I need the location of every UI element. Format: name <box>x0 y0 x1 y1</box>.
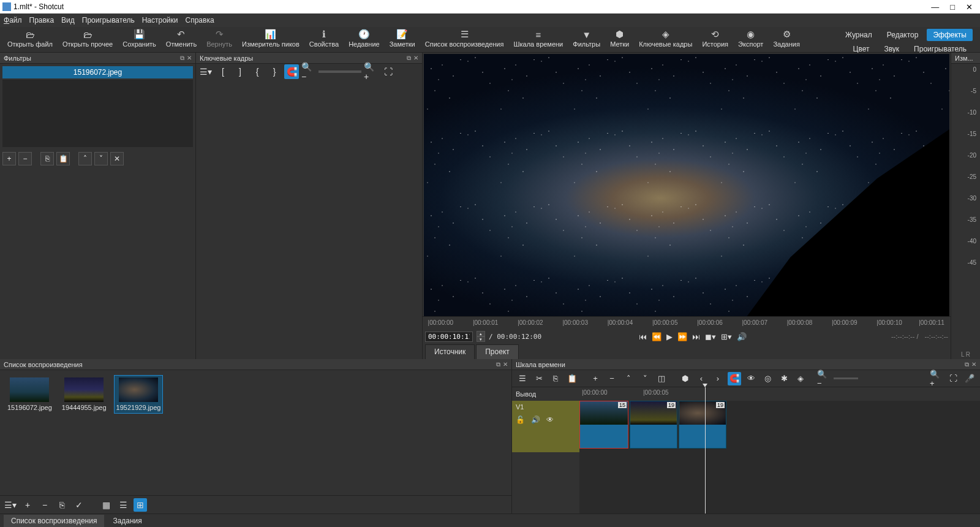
kf-set-in-button[interactable]: [ <box>216 64 230 79</box>
timeline-output-label[interactable]: Вывод <box>512 387 579 401</box>
timecode-input[interactable] <box>425 332 473 342</box>
keyframes-button[interactable]: ◈Ключевые кадры <box>634 29 697 48</box>
jobs-button[interactable]: ⚙Задания <box>768 29 804 48</box>
panel-undock-icon[interactable]: ⧉ <box>965 361 969 368</box>
kf-snap-button[interactable]: 🧲 <box>284 64 299 79</box>
menu-settings[interactable]: Настройки <box>142 16 178 25</box>
history-button[interactable]: ⟲История <box>697 29 733 48</box>
kf-zoom-slider[interactable] <box>318 70 361 73</box>
pl-view-tiles-button[interactable]: ⊞ <box>134 498 147 512</box>
move-down-button[interactable]: ˅ <box>94 152 108 165</box>
tl-ripple-markers-button[interactable]: ◈ <box>794 372 807 385</box>
bottom-tab-jobs[interactable]: Задания <box>105 515 149 527</box>
preview-ruler[interactable]: |00:00:00 |00:00:01 |00:00:02 |00:00:03 … <box>423 316 951 328</box>
panel-close-icon[interactable]: ✕ <box>413 55 418 62</box>
tl-record-button[interactable]: 🎤 <box>963 372 976 385</box>
playlist-button[interactable]: ☰Список воспроизведения <box>420 29 509 48</box>
kf-zoom-out-button[interactable]: 🔍− <box>301 64 316 79</box>
tab-project[interactable]: Проект <box>476 344 519 359</box>
tl-overwrite-button[interactable]: ˅ <box>638 372 652 385</box>
preview-canvas[interactable] <box>424 54 949 316</box>
maximize-button[interactable]: □ <box>950 2 955 12</box>
menu-help[interactable]: Справка <box>186 16 214 25</box>
copy-filter-button[interactable]: ⎘ <box>40 152 54 165</box>
save-button[interactable]: 💾Сохранить <box>118 29 161 48</box>
kf-zoom-fit-button[interactable]: ⛶ <box>381 64 396 79</box>
tl-split-button[interactable]: ◫ <box>655 372 668 385</box>
pl-check-button[interactable]: ✓ <box>72 498 86 512</box>
peak-meter-button[interactable]: 📊Измеритель пиков <box>237 29 304 48</box>
tl-next-marker-button[interactable]: › <box>711 372 725 385</box>
timeline-clip[interactable]: 19 <box>679 401 726 449</box>
panel-close-icon[interactable]: ✕ <box>187 55 192 62</box>
tl-lift-button[interactable]: ˄ <box>622 372 635 385</box>
tl-zoom-slider[interactable] <box>834 377 858 379</box>
pl-remove-button[interactable]: − <box>38 498 51 512</box>
redo-button[interactable]: ↷Вернуть <box>202 29 237 48</box>
panel-close-icon[interactable]: ✕ <box>503 361 508 368</box>
timeline-track[interactable]: 15 19 19 <box>579 401 980 452</box>
open-file-button[interactable]: 🗁Открыть файл <box>2 29 58 48</box>
tl-zoom-in-button[interactable]: 🔍+ <box>930 372 943 385</box>
skip-next-button[interactable]: ⏭ <box>692 332 700 341</box>
tl-ripple-all-button[interactable]: ✱ <box>777 372 791 385</box>
track-hide-icon[interactable]: 👁 <box>546 415 554 424</box>
tl-snap-button[interactable]: 🧲 <box>728 372 741 385</box>
notes-button[interactable]: 📝Заметки <box>385 29 420 48</box>
playlist-body[interactable]: 15196072.jpeg 19444955.jpeg 19521929.jpe… <box>0 370 511 495</box>
move-up-button[interactable]: ˄ <box>78 152 92 165</box>
filters-list[interactable] <box>2 80 193 147</box>
tl-remove-button[interactable]: − <box>605 372 619 385</box>
pl-view-detail-button[interactable]: ▦ <box>99 498 113 512</box>
open-other-button[interactable]: 🗁Открыть прочее <box>58 29 118 48</box>
forward-button[interactable]: ⏩ <box>677 332 687 341</box>
playlist-item[interactable]: 19444955.jpeg <box>59 375 109 414</box>
tab-source[interactable]: Источник <box>425 344 475 359</box>
menu-edit[interactable]: Правка <box>29 16 55 25</box>
timeline-playhead[interactable] <box>705 387 706 514</box>
pl-update-button[interactable]: ⎘ <box>55 498 69 512</box>
kf-zoom-in-button[interactable]: 🔍+ <box>364 64 379 79</box>
pl-view-list-button[interactable]: ☰ <box>116 498 130 512</box>
export-button[interactable]: ◉Экспорт <box>733 29 768 48</box>
panel-close-icon[interactable]: ✕ <box>971 361 976 368</box>
panel-undock-icon[interactable]: ⧉ <box>407 55 411 62</box>
pl-add-button[interactable]: + <box>21 498 34 512</box>
track-mute-icon[interactable]: 🔊 <box>531 415 540 424</box>
zoom-mode-button[interactable]: ◼▾ <box>705 332 716 341</box>
tl-zoom-out-button[interactable]: 🔍− <box>817 372 831 385</box>
pl-menu-button[interactable]: ☰▾ <box>4 498 17 512</box>
kf-menu-button[interactable]: ☰▾ <box>198 64 213 79</box>
rewind-button[interactable]: ⏪ <box>652 332 662 341</box>
menu-player[interactable]: Проигрыватель <box>82 16 135 25</box>
tl-cut-button[interactable]: ✂ <box>532 372 546 385</box>
tl-zoom-fit-button[interactable]: ⛶ <box>946 372 960 385</box>
tl-scrub-button[interactable]: 👁 <box>744 372 758 385</box>
tc-spin-up[interactable]: ▴ <box>477 331 485 336</box>
skip-prev-button[interactable]: ⏮ <box>639 332 647 341</box>
tab-editor[interactable]: Редактор <box>881 29 925 41</box>
filters-selected-clip[interactable]: 15196072.jpeg <box>2 66 193 78</box>
undo-button[interactable]: ↶Отменить <box>161 29 202 48</box>
timeline-clip[interactable]: 19 <box>630 401 677 449</box>
close-button[interactable]: ✕ <box>966 2 973 12</box>
track-header[interactable]: V1 🔓 🔊 👁 <box>512 401 579 452</box>
panel-undock-icon[interactable]: ⧉ <box>180 55 184 62</box>
markers-button[interactable]: ⬢Метки <box>605 29 634 48</box>
menu-view[interactable]: Вид <box>61 16 75 25</box>
tc-spin-down[interactable]: ▾ <box>477 336 485 342</box>
add-filter-button[interactable]: + <box>2 152 16 165</box>
tl-menu-button[interactable]: ☰ <box>516 372 529 385</box>
deselect-button[interactable]: ✕ <box>110 152 124 165</box>
track-lock-icon[interactable]: 🔓 <box>516 415 525 424</box>
tab-effects[interactable]: Эффекты <box>927 29 973 41</box>
tab-journal[interactable]: Журнал <box>839 29 878 41</box>
panel-undock-icon[interactable]: ⧉ <box>496 361 500 368</box>
grid-button[interactable]: ⊞▾ <box>721 332 732 341</box>
bottom-tab-playlist[interactable]: Список воспроизведения <box>4 515 104 527</box>
playlist-item[interactable]: 15196072.jpeg <box>5 375 55 414</box>
tl-paste-button[interactable]: 📋 <box>565 372 579 385</box>
remove-filter-button[interactable]: − <box>18 152 32 165</box>
tl-marker-button[interactable]: ⬢ <box>678 372 692 385</box>
timeline-ruler[interactable]: |00:00:00 |00:00:05 <box>579 387 980 401</box>
